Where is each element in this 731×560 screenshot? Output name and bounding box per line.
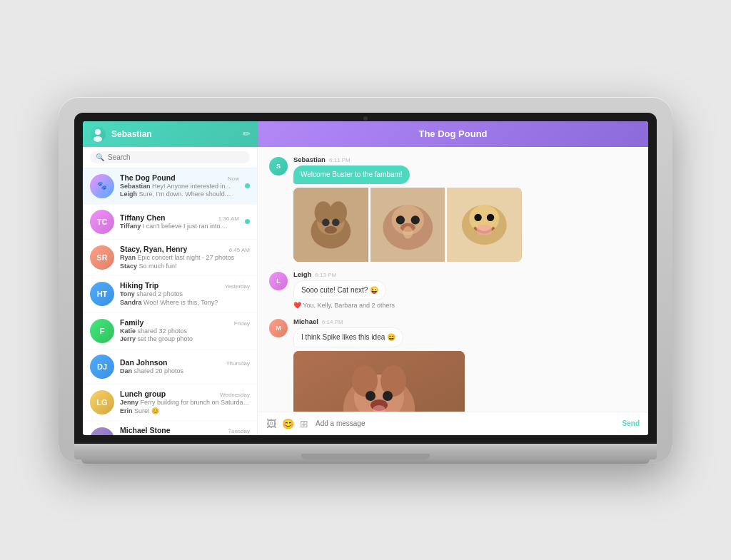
svg-point-30 [383,391,393,401]
message-sender: Sebastian [293,156,326,163]
message-group: L Leigh 6:13 PM Sooo cute! Cat next? 😜 ❤… [269,270,637,309]
chat-input-bar: 🖼 😊 ⊞ Send [258,412,648,435]
svg-point-28 [380,365,406,397]
send-button[interactable]: Send [622,419,640,427]
avatar: MS [90,427,114,435]
list-item[interactable]: LG Lunch group Wednesday Jenny Ferry bui… [83,385,257,421]
attachment-icon[interactable]: ⊞ [300,418,308,429]
message-reactions: ❤️ You, Kelly, Barbara and 2 others [293,302,637,309]
conv-top: Stacy, Ryan, Henry 6:45 AM [120,245,250,253]
message-bubble: Sooo cute! Cat next? 😜 [293,280,386,300]
conv-top: Dan Johnson Thursday [120,358,250,367]
conv-info: The Dog Pound Now Sebastian Hey! Anyone … [120,173,239,199]
list-item[interactable]: SR Stacy, Ryan, Henry 6:45 AM Ryan Epic … [83,240,257,276]
conv-time: Tuesday [228,428,250,434]
svg-point-21 [487,213,494,220]
list-item[interactable]: TC Tiffany Chen 1:36 AM Tiffany I can't … [83,205,257,240]
svg-point-16 [403,226,413,238]
conv-info: Lunch group Wednesday Jenny Ferry buildi… [120,390,250,415]
message-content: Leigh 6:13 PM Sooo cute! Cat next? 😜 ❤️ … [293,270,637,309]
conv-time: 1:36 AM [218,215,239,222]
sidebar-header: Sebastian ✏ [83,121,258,147]
svg-point-13 [395,215,404,224]
conv-preview: Sebastian Hey! Anyone interested in... [120,183,239,191]
user-avatar [90,126,106,142]
laptop-base [74,444,657,459]
list-item[interactable]: 🐾 The Dog Pound Now Sebastian Hey! Anyon… [83,168,257,205]
edit-icon[interactable]: ✏ [243,128,251,139]
list-item[interactable]: F Family Friday Katie shared 32 photos J… [83,313,257,350]
conv-top: Tiffany Chen 1:36 AM [120,213,239,222]
message-meta: Sebastian 6:11 PM [293,156,637,163]
photo-cell[interactable] [370,188,445,263]
conv-time: Now [228,175,239,182]
conv-preview: Ryan Epic concert last night - 27 photos [120,254,250,263]
laptop-frame: Sebastian ✏ The Dog Pound 🔍 [59,97,672,464]
large-photo[interactable] [293,351,465,411]
message-meta: Michael 6:14 PM [293,317,637,325]
emoji-icon[interactable]: 😊 [282,418,294,429]
photo-cell[interactable] [447,188,522,263]
avatar: SR [90,245,114,270]
screen-bezel: Sebastian ✏ The Dog Pound 🔍 [74,113,657,444]
sender-avatar: S [269,157,288,175]
conv-time: Yesterday [225,283,250,290]
conv-preview2: Leigh Sure, I'm down. Where should.... [120,190,239,199]
message-time: 6:11 PM [329,157,351,163]
avatar: 🐾 [90,174,114,198]
photo-grid [293,188,522,263]
conv-top: Hiking Trip Yesterday [120,281,250,290]
conv-info: Stacy, Ryan, Henry 6:45 AM Ryan Epic con… [120,245,250,270]
sender-avatar: L [269,272,288,290]
message-content: Sebastian 6:11 PM Welcome Buster to the … [293,156,637,263]
message-group: S Sebastian 6:11 PM Welcome Buster to th… [269,156,637,263]
conv-preview: Katie shared 32 photos [120,327,250,336]
search-input[interactable] [108,153,244,161]
user-avatar-icon [90,126,106,142]
message-sender: Michael [293,317,318,325]
photo-cell[interactable] [293,188,368,263]
avatar: DJ [90,355,114,379]
chat-header: The Dog Pound [258,121,648,147]
conv-top: The Dog Pound Now [120,173,239,182]
avatar: LG [90,390,114,414]
search-wrap[interactable]: 🔍 [90,151,250,163]
conv-preview2: Sandra Woo! Where is this, Tony? [120,299,250,307]
sidebar: 🔍 🐾 The Dog Pound [83,147,258,435]
list-item[interactable]: MS Michael Stone Tuesday Michael shared … [83,421,257,434]
conv-info: Hiking Trip Yesterday Tony shared 2 phot… [120,281,250,307]
conv-preview2: Erin Sure! 😊 [120,407,250,416]
sender-avatar: M [269,319,288,337]
list-item[interactable]: HT Hiking Trip Yesterday Tony shared 2 p… [83,276,257,312]
conv-info: Michael Stone Tuesday Michael shared 10 … [120,426,250,434]
message-time: 6:13 PM [315,272,336,278]
conv-time: 6:45 AM [229,247,250,253]
conv-top: Lunch group Wednesday [120,390,250,398]
conv-info: Family Friday Katie shared 32 photos Jer… [120,318,250,344]
conv-info: Tiffany Chen 1:36 AM Tiffany I can't bel… [120,213,239,231]
svg-point-1 [94,136,102,142]
svg-point-7 [322,218,329,225]
conv-name: Hiking Trip [120,281,158,290]
conv-name: Michael Stone [120,426,171,434]
messages-container: S Sebastian 6:11 PM Welcome Buster to th… [258,147,648,412]
message-group: M Michael 6:14 PM I think Spike likes th… [269,317,637,411]
conv-top: Michael Stone Tuesday [120,426,250,434]
input-icons: 🖼 😊 ⊞ [266,418,308,429]
svg-point-29 [366,391,375,401]
list-item[interactable]: DJ Dan Johnson Thursday Dan shared 20 ph… [83,350,257,385]
app-container: Sebastian ✏ The Dog Pound 🔍 [83,121,648,435]
conv-preview: Jenny Ferry building for brunch on Satur… [120,399,250,407]
conv-info: Dan Johnson Thursday Dan shared 20 photo… [120,358,250,376]
photo-icon[interactable]: 🖼 [266,418,276,429]
svg-point-9 [325,226,337,233]
conv-preview2: Stacy So much fun! [120,263,250,271]
laptop-foot [81,459,650,464]
message-input[interactable] [316,419,615,427]
message-content: Michael 6:14 PM I think Spike likes this… [293,317,637,411]
conv-name: Tiffany Chen [120,213,165,222]
svg-point-14 [410,215,419,224]
conv-name: Dan Johnson [120,358,168,367]
conv-time: Wednesday [220,392,250,398]
search-icon: 🔍 [96,153,104,161]
